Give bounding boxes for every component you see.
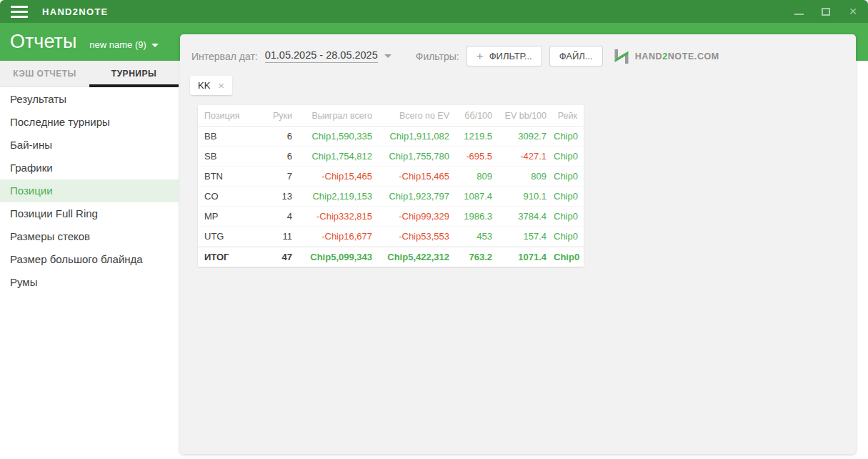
filters-label: Фильтры: [416, 51, 459, 62]
cell-rake: Chip0 [554, 252, 584, 262]
cell-ev-bb100: 3784.4 [499, 211, 554, 222]
cell-won-total: -Chip16,677 [299, 231, 379, 242]
minimize-icon[interactable] [794, 6, 804, 16]
cell-won-total: Chip1,590,335 [299, 131, 379, 142]
table-row[interactable]: MP 4 -Chip332,815 -Chip99,329 1986.3 378… [198, 207, 584, 227]
profile-selector[interactable]: new name (9) [89, 39, 158, 50]
add-filter-button-label: ФИЛЬТР... [489, 51, 532, 61]
sidebar-item-positions[interactable]: Позиции [0, 179, 179, 202]
cell-rake: Chip0 [554, 131, 584, 142]
sidebar-tabs: КЭШ ОТЧЕТЫ ТУРНИРЫ [0, 61, 179, 87]
cell-bb100: 1986.3 [457, 211, 499, 222]
cell-hands: 47 [258, 252, 299, 262]
sidebar-item-big-blind-size[interactable]: Размер большого блайнда [0, 248, 179, 271]
cell-position: BB [198, 131, 258, 142]
cell-total-ev: Chip1,755,780 [379, 151, 457, 162]
cell-bb100: 453 [457, 231, 499, 242]
cell-won-total: Chip2,119,153 [299, 191, 379, 202]
cell-total-ev: -Chip15,465 [379, 171, 457, 182]
cell-hands: 11 [258, 231, 299, 242]
remove-filter-icon[interactable]: × [218, 81, 224, 90]
date-range-value[interactable]: 01.05.2025 - 28.05.2025 [265, 49, 378, 63]
cell-rake: Chip0 [554, 151, 584, 162]
cell-total-ev: Chip1,911,082 [379, 131, 457, 142]
cell-won-total: -Chip332,815 [299, 211, 379, 222]
cell-total-ev: Chip5,422,312 [379, 252, 457, 262]
cell-bb100: 1219.5 [457, 131, 499, 142]
cell-won-total: -Chip15,465 [299, 171, 379, 182]
cell-won-total: Chip1,754,812 [299, 151, 379, 162]
sidebar: Результаты Последние турниры Бай-ины Гра… [0, 88, 179, 459]
column-header-won-total[interactable]: Выиграл всего [299, 111, 379, 121]
hamburger-menu-icon[interactable] [11, 3, 28, 21]
hand2note-logo: HAND2NOTE.COM [613, 48, 719, 65]
tab-cash-reports[interactable]: КЭШ ОТЧЕТЫ [0, 61, 89, 87]
cell-hands: 4 [258, 211, 299, 222]
sidebar-item-results[interactable]: Результаты [0, 88, 179, 111]
toolbar: Интервал дат: 01.05.2025 - 28.05.2025 Фи… [180, 34, 856, 66]
column-header-position[interactable]: Позиция [198, 111, 258, 121]
table-total-row[interactable]: ИТОГ 47 Chip5,099,343 Chip5,422,312 763.… [198, 247, 584, 267]
sidebar-item-stack-sizes[interactable]: Размеры стеков [0, 225, 179, 248]
cell-rake: Chip0 [554, 191, 584, 202]
file-button-label: ФАЙЛ... [559, 51, 593, 61]
table-row[interactable]: BB 6 Chip1,590,335 Chip1,911,082 1219.5 … [198, 127, 584, 147]
cell-total-ev: -Chip53,553 [379, 231, 457, 242]
positions-table: Позиция Руки Выиграл всего Всего по EV б… [198, 105, 584, 267]
table-row[interactable]: SB 6 Chip1,754,812 Chip1,755,780 -695.5 … [198, 147, 584, 167]
plus-icon: + [477, 51, 484, 61]
column-header-rake[interactable]: Рейк [554, 111, 584, 121]
cell-position: UTG [198, 231, 258, 242]
sidebar-item-graphs[interactable]: Графики [0, 157, 179, 179]
cell-hands: 7 [258, 171, 299, 182]
cell-ev-bb100: -427.1 [499, 151, 554, 162]
chevron-down-icon [151, 44, 159, 47]
sidebar-item-positions-full-ring[interactable]: Позиции Full Ring [0, 202, 179, 225]
cell-ev-bb100: 157.4 [499, 231, 554, 242]
report-panel: Интервал дат: 01.05.2025 - 28.05.2025 Фи… [180, 34, 856, 454]
filter-tag-row: KK × [180, 66, 856, 95]
add-filter-button[interactable]: + ФИЛЬТР... [467, 46, 542, 66]
page-title: Отчеты [10, 31, 76, 53]
chevron-down-icon[interactable] [384, 54, 391, 58]
cell-position: BTN [198, 171, 258, 182]
hand2note-logo-text: HAND2NOTE.COM [635, 51, 719, 61]
cell-bb100: 763.2 [457, 252, 499, 262]
cell-won-total: Chip5,099,343 [299, 252, 379, 262]
cell-total-ev: Chip1,923,797 [379, 191, 457, 202]
cell-position: CO [198, 191, 258, 202]
table-row[interactable]: BTN 7 -Chip15,465 -Chip15,465 809 809 Ch… [198, 167, 584, 187]
cell-position: SB [198, 151, 258, 162]
cell-bb100: 1087.4 [457, 191, 499, 202]
column-header-bb100[interactable]: бб/100 [457, 111, 499, 121]
window-controls: × [794, 0, 858, 23]
cell-hands: 6 [258, 151, 299, 162]
sidebar-item-recent-tournaments[interactable]: Последние турниры [0, 111, 179, 134]
cell-ev-bb100: 1071.4 [499, 252, 554, 262]
cell-hands: 13 [258, 191, 299, 202]
filter-tag-kk[interactable]: KK × [190, 76, 232, 95]
table-row[interactable]: CO 13 Chip2,119,153 Chip1,923,797 1087.4… [198, 187, 584, 207]
profile-selector-label: new name (9) [89, 39, 146, 50]
column-header-ev-bb100[interactable]: EV bb/100 [499, 111, 554, 121]
maximize-icon[interactable] [821, 6, 831, 16]
window-titlebar: HAND2NOTE × [0, 0, 868, 23]
cell-bb100: 809 [457, 171, 499, 182]
sidebar-item-rooms[interactable]: Румы [0, 271, 179, 294]
cell-ev-bb100: 910.1 [499, 191, 554, 202]
column-header-hands[interactable]: Руки [258, 111, 299, 121]
app-title: HAND2NOTE [42, 6, 109, 17]
sidebar-item-buyins[interactable]: Бай-ины [0, 134, 179, 157]
column-header-total-ev[interactable]: Всего по EV [379, 111, 457, 121]
cell-ev-bb100: 3092.7 [499, 131, 554, 142]
table-header-row: Позиция Руки Выиграл всего Всего по EV б… [198, 105, 584, 127]
tab-tournaments[interactable]: ТУРНИРЫ [89, 61, 179, 87]
table-row[interactable]: UTG 11 -Chip16,677 -Chip53,553 453 157.4… [198, 227, 584, 247]
close-icon[interactable]: × [848, 6, 858, 16]
cell-total-ev: -Chip99,329 [379, 211, 457, 222]
hand2note-logo-icon [613, 48, 630, 65]
filter-tag-label: KK [198, 80, 210, 91]
file-button[interactable]: ФАЙЛ... [549, 46, 603, 66]
cell-position: MP [198, 211, 258, 222]
cell-bb100: -695.5 [457, 151, 499, 162]
